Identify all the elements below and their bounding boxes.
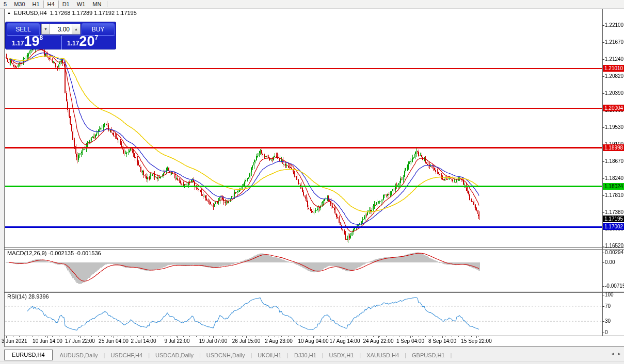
- ask-pip-digit: 7: [94, 34, 98, 41]
- tab-separator: |: [450, 352, 453, 358]
- chart-canvas[interactable]: [0, 0, 624, 364]
- ask-prefix: 1.17: [67, 40, 79, 47]
- time-axis-label: 9 Jul 22:00: [165, 338, 190, 344]
- price-axis-tick: 1.16520: [605, 243, 623, 249]
- one-click-trade-panel: SELL ▼ ▲ BUY 1.17198 1.17207: [5, 22, 116, 49]
- volume-down-icon[interactable]: ▼: [41, 24, 50, 35]
- price-axis-tick: 1.19530: [605, 124, 623, 130]
- time-axis-label: 15 Sep 22:00: [461, 338, 492, 344]
- rsi-label: RSI(14) 28.9396: [7, 293, 49, 300]
- price-level-flag: 1.17002: [603, 223, 624, 230]
- bid-pip-digit: 8: [39, 34, 43, 41]
- macd-axis-tick: -0.007151: [605, 283, 624, 289]
- rsi-axis-tick: 0: [605, 329, 608, 336]
- price-axis-tick: 1.21240: [605, 56, 623, 62]
- time-axis-label: 1 Sep 04:00: [396, 338, 424, 344]
- bottom-strip: [0, 361, 624, 364]
- time-axis-label: 17 Jun 22:00: [65, 338, 95, 344]
- macd-axis-tick: 0.002947: [605, 250, 624, 256]
- collapse-icon[interactable]: ▲: [7, 11, 11, 14]
- time-axis-label: 25 Jun 04:00: [99, 338, 129, 344]
- price-level-flag: 1.18024: [603, 183, 624, 190]
- price-axis-tick: 1.17380: [605, 209, 623, 216]
- chart-tab-eurusd[interactable]: EURUSD,H4: [4, 350, 53, 360]
- price-axis-tick: 1.20820: [605, 73, 623, 79]
- chart-tabstrip: EURUSD,H4AUDUSD,Daily|USDCHF,H4|USDCAD,D…: [4, 349, 624, 361]
- price-level-flag: 1.20004: [603, 105, 624, 111]
- timeframe-button-m30[interactable]: M30: [10, 1, 28, 8]
- timeframe-button-h4[interactable]: H4: [43, 1, 59, 8]
- price-axis-tick: 1.22100: [605, 22, 623, 28]
- time-axis-label: 8 Sep 14:00: [428, 338, 456, 344]
- price-axis-tick: 1.18240: [605, 175, 623, 181]
- tab-scroll-right-icon[interactable]: ►: [617, 352, 621, 356]
- time-axis-label: 24 Aug 22:00: [363, 338, 394, 344]
- price-level-flag: 1.21010: [603, 65, 624, 72]
- price-axis-tick: 1.17810: [605, 192, 623, 198]
- price-level-flag: 1.17195: [603, 216, 624, 222]
- price-level-flag: 1.18998: [603, 144, 624, 151]
- bid-prefix: 1.17: [12, 40, 24, 47]
- time-axis-label: 2 Aug 23:00: [265, 338, 292, 344]
- time-axis-label: 10 Jun 14:00: [33, 338, 62, 344]
- rsi-axis-tick: 70: [605, 303, 611, 309]
- time-axis-label: 17 Aug 14:00: [330, 338, 360, 344]
- timeframe-button-5[interactable]: 5: [0, 1, 10, 8]
- price-axis-tick: 1.18670: [605, 158, 623, 164]
- chart-tab-gbpusd[interactable]: GBPUSD,H1: [407, 352, 450, 358]
- timeframe-button-h1[interactable]: H1: [29, 1, 43, 8]
- toolbar-separator: [107, 1, 107, 7]
- volume-up-icon[interactable]: ▲: [72, 24, 81, 35]
- bid-big-digits: 19: [24, 34, 39, 49]
- timeframe-button-d1[interactable]: D1: [59, 1, 73, 8]
- chart-ohlc-values: 1.17268 1.17289 1.17192 1.17195: [50, 10, 137, 16]
- macd-label: MACD(12,26,9) -0.002135 -0.001536: [7, 250, 101, 256]
- chart-tab-usdx[interactable]: USDX,H1: [324, 352, 359, 358]
- chart-tab-xauusd[interactable]: XAUUSD,H4: [361, 352, 404, 358]
- macd-axis-tick: 0.00: [605, 259, 615, 266]
- time-axis-label: 19 Jul 07:00: [199, 338, 228, 344]
- chart-tab-usdcnh[interactable]: USDCNH,Daily: [201, 352, 250, 358]
- chart-tab-usdcad[interactable]: USDCAD,Daily: [150, 352, 199, 358]
- rsi-axis-tick: 30: [605, 318, 611, 324]
- volume-stepper: ▼ ▲: [41, 24, 81, 35]
- time-axis-label: 3 Jun 2021: [2, 338, 27, 344]
- time-axis-label: 2 Jul 14:00: [131, 338, 156, 344]
- price-axis-tick: 1.21670: [605, 39, 623, 45]
- chart-title: ▲EURUSD,H4 1.17268 1.17289 1.17192 1.171…: [7, 10, 137, 16]
- chart-tab-audusd[interactable]: AUDUSD,Daily: [55, 352, 103, 358]
- ask-big-digits: 20: [79, 34, 94, 49]
- bid-price[interactable]: 1.17198: [7, 36, 60, 49]
- timeframe-toolbar: 5M30H1H4D1W1MN: [0, 0, 624, 9]
- time-axis-label: 10 Aug 04:00: [298, 338, 329, 344]
- chart-tab-usdchf[interactable]: USDCHF,H4: [105, 352, 148, 358]
- chart-symbol: EURUSD,H4: [14, 10, 47, 16]
- chart-tab-ukoil[interactable]: UKOil,H1: [252, 352, 286, 358]
- chart-tab-dj30[interactable]: DJ30,H1: [289, 352, 322, 358]
- volume-input[interactable]: [50, 24, 72, 35]
- tab-scroll-left-icon[interactable]: ◄: [611, 352, 615, 356]
- ask-price[interactable]: 1.17207: [61, 36, 115, 49]
- timeframe-button-mn[interactable]: MN: [89, 1, 105, 8]
- rsi-axis-tick: 100: [605, 292, 614, 298]
- timeframe-button-w1[interactable]: W1: [73, 1, 89, 8]
- price-axis-tick: 1.20390: [605, 90, 623, 96]
- time-axis-label: 26 Jul 15:00: [232, 338, 261, 344]
